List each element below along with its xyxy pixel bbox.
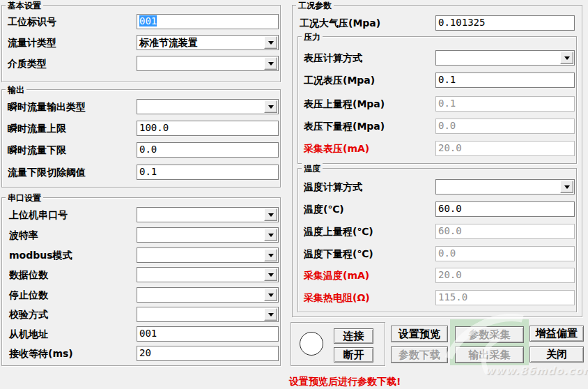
param-collect-button: 参数采集	[455, 326, 524, 343]
dropdown-arrow-icon[interactable]	[264, 249, 277, 261]
flowmeter-type-value: 标准节流装置	[139, 36, 198, 49]
status-note: 设置预览后进行参数下载!	[289, 376, 401, 388]
inst-flow-upper-value: 100.0	[139, 122, 169, 133]
collected-temp-label: 采集温度(mA)	[304, 270, 369, 282]
collected-temp-value: 20.0	[438, 269, 462, 280]
app-window: 基本设置 输出 串口设置 工况参数 压力 温度 工位标识号 001 流量计类型 …	[0, 0, 588, 389]
download-button: 参数下载	[391, 346, 448, 363]
collected-rtd-input: 115.0	[435, 290, 575, 305]
group-condition-params-title: 工况参数	[296, 0, 334, 12]
dropdown-arrow-icon[interactable]	[560, 52, 573, 64]
pressure-upper-range-value: 0.1	[438, 98, 456, 109]
dropdown-arrow-icon[interactable]	[264, 268, 277, 281]
atm-pressure-value: 0.101325	[438, 17, 485, 28]
data-bits-select[interactable]	[137, 267, 279, 282]
inst-flow-output-type-label: 瞬时流量输出类型	[8, 101, 86, 114]
flow-cutoff-input[interactable]: 0.1	[137, 165, 279, 180]
gauge-pressure-value: 0.1	[438, 74, 456, 85]
inst-flow-upper-label: 瞬时流量上限	[8, 123, 66, 135]
dropdown-arrow-icon[interactable]	[264, 208, 277, 221]
gain-offset-button[interactable]: 增益偏置	[529, 326, 584, 342]
group-output-title: 输出	[6, 84, 26, 96]
baud-rate-label: 波特率	[9, 229, 38, 242]
group-temperature-title: 温度	[302, 163, 323, 175]
pressure-calc-label: 表压计算方式	[304, 52, 362, 65]
medium-type-select[interactable]	[137, 56, 279, 71]
dropdown-arrow-icon[interactable]	[264, 57, 277, 70]
flowmeter-type-select[interactable]: 标准节流装置	[137, 35, 279, 50]
temp-upper-range-value: 60.0	[438, 225, 462, 236]
com-port-select[interactable]	[137, 207, 279, 222]
com-port-label: 上位机串口号	[9, 209, 68, 222]
slave-address-value: 001	[139, 328, 157, 339]
collected-pressure-label: 采集表压(mA)	[304, 143, 369, 155]
flowmeter-type-label: 流量计类型	[8, 37, 56, 49]
station-id-label: 工位标识号	[8, 16, 56, 29]
dropdown-arrow-icon[interactable]	[264, 289, 277, 301]
pressure-calc-select[interactable]	[435, 50, 575, 66]
dropdown-arrow-icon[interactable]	[264, 229, 277, 241]
stop-bits-select[interactable]	[137, 287, 279, 303]
output-collect-button: 输出采集	[455, 346, 524, 363]
modbus-mode-select[interactable]	[137, 247, 279, 263]
temp-upper-range-input: 60.0	[435, 224, 575, 239]
receive-wait-input[interactable]: 20	[137, 346, 279, 361]
gauge-pressure-label: 工况表压(Mpa)	[304, 75, 375, 87]
flow-cutoff-label: 流量下限切除阈值	[8, 167, 86, 179]
inst-flow-lower-input[interactable]: 0.0	[137, 142, 279, 158]
station-id-selected-text: 001	[139, 15, 157, 26]
atm-pressure-input[interactable]: 0.101325	[435, 15, 575, 31]
group-serial-settings-title: 串口设置	[6, 192, 43, 204]
receive-wait-value: 20	[139, 347, 151, 358]
station-id-input[interactable]: 001	[137, 14, 279, 29]
slave-address-input[interactable]: 001	[137, 326, 279, 342]
connection-status-lamp	[300, 332, 323, 356]
pressure-lower-range-label: 表压下量程(Mpa)	[304, 121, 385, 133]
inst-flow-lower-label: 瞬时流量下限	[8, 144, 66, 157]
close-button[interactable]: 关闭	[529, 346, 584, 363]
dropdown-arrow-icon[interactable]	[560, 181, 573, 193]
temp-calc-label: 温度计算方式	[304, 181, 362, 194]
connect-button[interactable]: 连接	[334, 328, 373, 344]
slave-address-label: 从机地址	[9, 328, 48, 341]
temp-lower-range-label: 温度下量程(℃)	[304, 248, 373, 261]
watermark-text: www.86mdo.com	[485, 365, 588, 377]
temperature-input[interactable]: 60.0	[435, 201, 575, 217]
pressure-lower-range-input: 0.0	[435, 119, 575, 134]
dropdown-arrow-icon[interactable]	[264, 100, 277, 113]
modbus-mode-label: modbus模式	[9, 250, 72, 262]
group-basic-settings-title: 基本设置	[6, 0, 43, 12]
collected-temp-input: 20.0	[435, 268, 575, 283]
medium-type-label: 介质类型	[8, 58, 47, 70]
inst-flow-lower-value: 0.0	[139, 144, 157, 155]
pressure-upper-range-label: 表压上量程(Mpa)	[304, 98, 385, 111]
parity-select[interactable]	[137, 307, 279, 322]
temp-upper-range-label: 温度上量程(℃)	[304, 226, 373, 238]
dropdown-arrow-icon[interactable]	[264, 36, 277, 49]
pressure-upper-range-input: 0.1	[435, 96, 575, 112]
stop-bits-label: 停止位数	[9, 289, 48, 302]
collected-rtd-value: 115.0	[438, 291, 467, 303]
pressure-lower-range-value: 0.0	[438, 120, 456, 131]
collected-rtd-label: 采集热电阻(Ω)	[304, 292, 370, 305]
collected-pressure-value: 20.0	[438, 142, 462, 153]
flow-cutoff-value: 0.1	[139, 166, 157, 177]
inst-flow-upper-input[interactable]: 100.0	[137, 121, 279, 136]
collected-pressure-input: 20.0	[435, 141, 575, 156]
preview-button[interactable]: 设置预览	[391, 326, 448, 342]
data-bits-label: 数据位数	[9, 269, 48, 282]
inst-flow-output-type-select[interactable]	[137, 99, 279, 114]
gauge-pressure-input[interactable]: 0.1	[435, 73, 575, 88]
atm-pressure-label: 工况大气压(Mpa)	[300, 17, 380, 30]
temp-calc-select[interactable]	[435, 179, 575, 194]
baud-rate-select[interactable]	[137, 227, 279, 243]
dropdown-arrow-icon[interactable]	[264, 308, 277, 321]
temp-lower-range-value: 0.0	[438, 247, 456, 259]
temp-lower-range-input: 0.0	[435, 246, 575, 261]
receive-wait-label: 接收等待(ms)	[9, 348, 73, 360]
disconnect-button[interactable]: 断开	[334, 347, 373, 363]
group-pressure-title: 压力	[302, 31, 323, 43]
parity-label: 校验方式	[9, 309, 48, 321]
temperature-value: 60.0	[438, 203, 462, 214]
temperature-label: 温度(℃)	[304, 204, 344, 216]
